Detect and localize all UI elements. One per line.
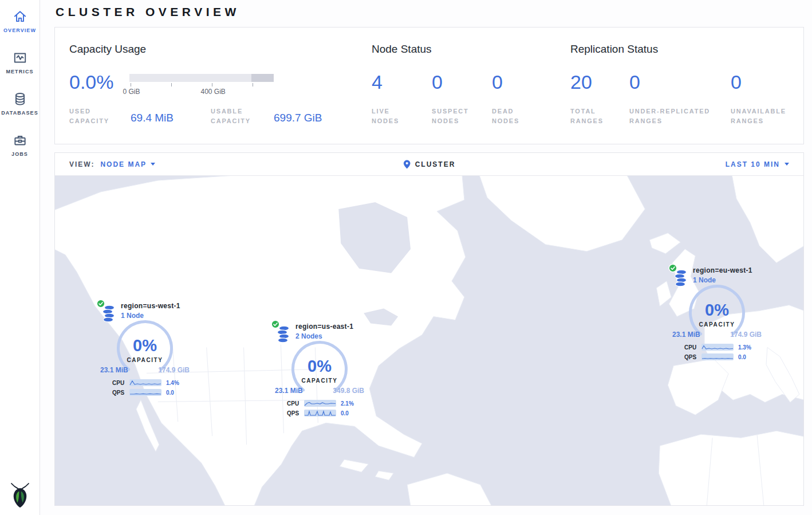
region-used-capacity: 23.1 MiB xyxy=(275,387,303,395)
sidebar-item-label: JOBS xyxy=(0,151,40,157)
cpu-value: 1.4% xyxy=(166,380,179,386)
total-ranges-stat: 20 TOTAL RANGES xyxy=(570,71,629,126)
cpu-label: CPU xyxy=(287,400,304,407)
unavailable-ranges-label: UNAVAILABLE RANGES xyxy=(731,107,794,126)
suspect-nodes-value: 0 xyxy=(432,71,492,93)
sidebar-item-overview[interactable]: OVERVIEW xyxy=(0,9,40,33)
used-capacity-label: USED CAPACITY xyxy=(69,107,118,126)
cpu-label: CPU xyxy=(684,344,701,351)
total-ranges-label: TOTAL RANGES xyxy=(570,107,610,126)
sidebar-item-label: DATABASES xyxy=(0,110,40,116)
region-used-capacity: 23.1 MiB xyxy=(672,331,700,339)
home-icon xyxy=(13,9,27,24)
capacity-usage-section: Capacity Usage 0.0% 0 GiB 400 GiB xyxy=(69,42,372,144)
node-map-card: VIEW: NODE MAP CLUSTER LAST 10 MIN xyxy=(54,152,804,506)
jobs-icon xyxy=(13,133,27,148)
unavailable-ranges-stat: 0 UNAVAILABLE RANGES xyxy=(731,71,794,126)
qps-value: 0.0 xyxy=(738,354,746,360)
cpu-value: 2.1% xyxy=(341,400,354,407)
usable-capacity-value: 699.7 GiB xyxy=(274,112,354,126)
qps-label: QPS xyxy=(112,390,129,396)
time-range-dropdown[interactable]: LAST 10 MIN xyxy=(726,160,789,168)
chevron-down-icon xyxy=(151,163,155,166)
qps-sparkline xyxy=(701,353,734,360)
region-used-capacity: 23.1 MiB xyxy=(100,366,128,374)
databases-icon xyxy=(13,92,27,107)
map-breadcrumb-cluster[interactable]: CLUSTER xyxy=(415,160,456,168)
cpu-sparkline xyxy=(129,379,161,386)
capacity-percent: 0.0% xyxy=(69,71,129,94)
sidebar-item-label: METRICS xyxy=(0,69,40,74)
total-ranges-value: 20 xyxy=(570,71,629,93)
map-view-bar: VIEW: NODE MAP CLUSTER LAST 10 MIN xyxy=(55,153,803,176)
cpu-label: CPU xyxy=(112,380,129,386)
dead-nodes-label: DEAD NODES xyxy=(492,107,538,126)
capacity-tick-label: 400 GiB xyxy=(200,88,225,96)
healthy-check-icon xyxy=(96,299,105,308)
replication-status-title: Replication Status xyxy=(570,42,803,56)
sidebar-item-label: OVERVIEW xyxy=(0,27,40,33)
region-marker-us-west-1: region=us-west-1 1 Node 0% CAPACITY 23.1… xyxy=(99,298,191,400)
capacity-tick-label: 0 GiB xyxy=(123,88,140,96)
location-pin-icon xyxy=(403,160,411,169)
healthy-check-icon xyxy=(668,264,677,273)
sidebar: OVERVIEW METRICS DATABASES JOBS xyxy=(0,0,40,515)
node-status-title: Node Status xyxy=(372,42,570,56)
qps-value: 0.0 xyxy=(341,410,349,416)
capacity-usage-title: Capacity Usage xyxy=(69,42,372,56)
metrics-icon xyxy=(13,50,27,65)
capacity-bar-reserved-segment xyxy=(251,74,274,82)
live-nodes-stat: 4 LIVE NODES xyxy=(372,71,432,126)
dead-nodes-stat: 0 DEAD NODES xyxy=(492,71,552,126)
used-capacity-value: 69.4 MiB xyxy=(131,112,211,126)
cpu-sparkline xyxy=(304,400,336,407)
qps-sparkline xyxy=(304,410,336,416)
region-marker-us-east-1: region=us-east-1 2 Nodes 0% CAPACITY 23.… xyxy=(274,319,365,421)
healthy-check-icon xyxy=(271,320,280,329)
qps-value: 0.0 xyxy=(166,390,174,396)
region-total-capacity: 174.9 GiB xyxy=(730,331,762,339)
cpu-sparkline xyxy=(701,344,734,351)
cockroachdb-logo xyxy=(9,481,31,510)
qps-label: QPS xyxy=(287,410,304,416)
cpu-value: 1.3% xyxy=(738,344,751,351)
sidebar-item-jobs[interactable]: JOBS xyxy=(0,133,40,157)
gauge-capacity-label: CAPACITY xyxy=(290,378,349,384)
page-title: CLUSTER OVERVIEW xyxy=(56,5,812,19)
cluster-summary-card: Capacity Usage 0.0% 0 GiB 400 GiB xyxy=(54,27,804,144)
replication-status-section: Replication Status 20 TOTAL RANGES 0 UND… xyxy=(570,42,803,144)
sidebar-item-databases[interactable]: DATABASES xyxy=(0,92,40,116)
live-nodes-label: LIVE NODES xyxy=(372,107,417,126)
unavailable-ranges-value: 0 xyxy=(731,71,794,93)
chevron-down-icon xyxy=(785,163,789,166)
node-status-section: Node Status 4 LIVE NODES 0 SUSPECT NODES… xyxy=(372,42,570,144)
usable-capacity-label: USABLE CAPACITY xyxy=(211,107,259,126)
view-label: VIEW: xyxy=(69,160,94,168)
live-nodes-value: 4 xyxy=(372,71,432,93)
suspect-nodes-stat: 0 SUSPECT NODES xyxy=(432,71,492,126)
region-name: region=eu-west-1 xyxy=(693,266,752,274)
under-replicated-ranges-label: UNDER-REPLICATED RANGES xyxy=(629,107,721,126)
view-mode-dropdown[interactable]: NODE MAP xyxy=(100,160,155,168)
gauge-capacity-label: CAPACITY xyxy=(687,321,747,328)
region-total-capacity: 174.9 GiB xyxy=(158,366,190,374)
region-name: region=us-west-1 xyxy=(121,302,180,310)
region-total-capacity: 349.8 GiB xyxy=(333,387,364,395)
region-name: region=us-east-1 xyxy=(295,323,353,331)
region-marker-eu-west-1: region=eu-west-1 1 Node 0% CAPACITY 23.1… xyxy=(671,263,763,365)
gauge-capacity-label: CAPACITY xyxy=(115,357,175,363)
main-content: CLUSTER OVERVIEW Capacity Usage 0.0% 0 G… xyxy=(40,0,812,515)
node-map: region=us-west-1 1 Node 0% CAPACITY 23.1… xyxy=(55,176,803,505)
gauge-percent: 0% xyxy=(687,301,747,320)
under-replicated-ranges-value: 0 xyxy=(629,71,731,93)
under-replicated-ranges-stat: 0 UNDER-REPLICATED RANGES xyxy=(629,71,731,126)
gauge-percent: 0% xyxy=(115,336,175,355)
sidebar-item-metrics[interactable]: METRICS xyxy=(0,50,40,74)
gauge-percent: 0% xyxy=(290,357,349,376)
capacity-bar: 0 GiB 400 GiB xyxy=(129,74,274,94)
suspect-nodes-label: SUSPECT NODES xyxy=(432,107,478,126)
dead-nodes-value: 0 xyxy=(492,71,552,93)
qps-sparkline xyxy=(129,389,161,396)
qps-label: QPS xyxy=(684,354,701,360)
